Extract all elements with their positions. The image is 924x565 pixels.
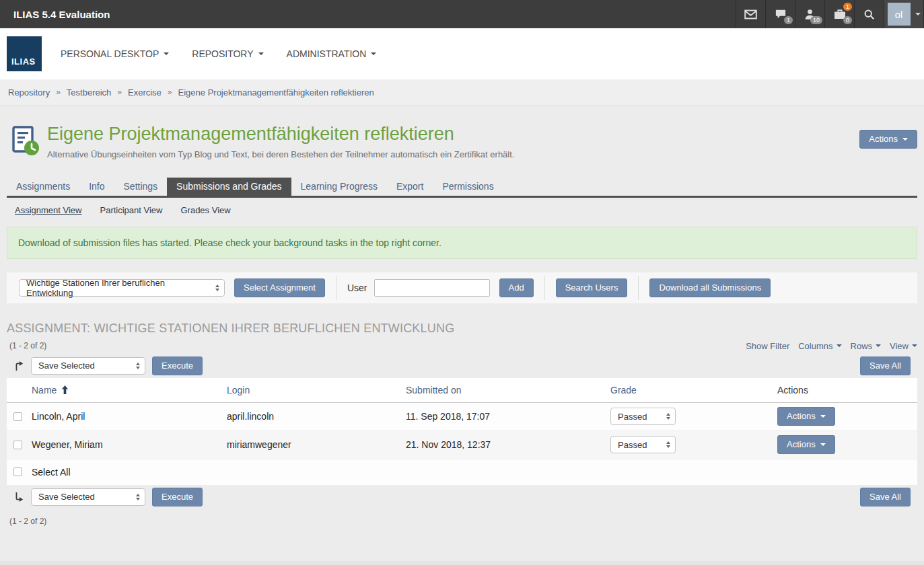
select-spinner-icon — [666, 441, 670, 448]
row-checkbox[interactable] — [13, 412, 22, 421]
nav-repository[interactable]: REPOSITORY — [192, 48, 263, 59]
select-spinner-icon — [666, 413, 670, 420]
row-actions-button[interactable]: Actions — [777, 407, 835, 426]
tab-settings[interactable]: Settings — [114, 178, 168, 196]
divider — [638, 276, 639, 300]
select-all-checkbox[interactable] — [13, 467, 22, 476]
execute-button-top[interactable]: Execute — [152, 356, 203, 375]
column-header-grade[interactable]: Grade — [610, 385, 637, 396]
subtab-bar: Assignment View Participant View Grades … — [7, 198, 917, 224]
select-spinner-icon — [136, 363, 140, 369]
divider — [336, 276, 336, 300]
users-badge: 10 — [810, 16, 822, 24]
apply-above-arrow-icon — [13, 492, 24, 502]
select-all-label: Select All — [32, 467, 71, 478]
chat-icon[interactable]: 1 — [765, 0, 795, 28]
ilias-logo[interactable]: ILIAS — [7, 36, 42, 71]
users-icon[interactable]: 10 — [795, 0, 824, 28]
page-actions-button[interactable]: Actions — [859, 130, 917, 149]
breadcrumb-exercise[interactable]: Exercise — [128, 87, 162, 98]
download-all-submissions-button[interactable]: Download all Submissions — [649, 278, 771, 297]
bulk-action-select[interactable]: Save Selected — [31, 357, 145, 375]
subtab-assignment-view[interactable]: Assignment View — [15, 205, 81, 215]
divider — [544, 276, 545, 300]
user-input[interactable] — [374, 279, 490, 297]
subtab-grades-view[interactable]: Grades View — [180, 205, 230, 215]
grade-select[interactable]: Passed — [610, 408, 676, 425]
background-tasks-icon[interactable]: 1 0 — [824, 0, 854, 28]
participant-name: Wegener, Miriam — [32, 439, 103, 450]
selector-panel: Wichtige Stationen Ihrer beruflichen Ent… — [7, 272, 917, 303]
nav-administration[interactable]: ADMINISTRATION — [287, 48, 377, 59]
chat-badge: 1 — [784, 16, 793, 24]
save-all-button-bottom[interactable]: Save All — [860, 488, 911, 506]
breadcrumb-separator: » — [117, 87, 122, 97]
tab-info[interactable]: Info — [79, 178, 114, 196]
page-bottom-strip — [0, 561, 924, 565]
breadcrumb-current[interactable]: Eigene Projektmanagementfähigkeiten refl… — [178, 87, 374, 98]
breadcrumb: Repository » Testbereich » Exercise » Ei… — [0, 79, 924, 106]
top-bar: ILIAS 5.4 Evaluation 1 10 1 0 ol — [0, 0, 924, 28]
topbar-icon-group: 1 10 1 0 ol — [736, 0, 924, 28]
chevron-down-icon — [820, 443, 826, 446]
select-all-row: Select All — [7, 459, 917, 485]
breadcrumb-testbereich[interactable]: Testbereich — [67, 87, 111, 98]
show-filter-link[interactable]: Show Filter — [746, 341, 789, 351]
row-actions-button[interactable]: Actions — [777, 435, 835, 454]
bulk-action-select[interactable]: Save Selected — [31, 488, 145, 506]
tab-permissions[interactable]: Permissions — [433, 178, 503, 196]
chevron-down-icon — [258, 52, 264, 55]
nav-personal-desktop[interactable]: PERSONAL DESKTOP — [61, 48, 169, 59]
view-dropdown[interactable]: View — [890, 341, 917, 351]
tab-learning-progress[interactable]: Learning Progress — [291, 178, 387, 196]
breadcrumb-separator: » — [56, 87, 61, 97]
rows-dropdown[interactable]: Rows — [851, 341, 882, 351]
magnifier-icon — [863, 9, 875, 20]
result-range-bottom: (1 - 2 of 2) — [7, 517, 917, 526]
breadcrumb-repository[interactable]: Repository — [8, 87, 50, 98]
save-all-button-top[interactable]: Save All — [860, 356, 911, 375]
mail-icon[interactable] — [736, 0, 765, 28]
chevron-down-icon — [876, 344, 881, 347]
chevron-down-icon — [837, 344, 842, 347]
row-checkbox[interactable] — [13, 441, 22, 449]
chevron-down-icon — [164, 52, 169, 55]
search-users-button[interactable]: Search Users — [556, 278, 628, 297]
page-title: Eigene Projektmanagementfähigkeiten refl… — [47, 124, 514, 145]
assignment-select[interactable]: Wichtige Stationen Ihrer beruflichen Ent… — [19, 279, 225, 297]
participant-name: Lincoln, April — [32, 411, 85, 422]
tab-submissions-and-grades[interactable]: Submissions and Grades — [167, 178, 291, 196]
title-block: Eigene Projektmanagementfähigkeiten refl… — [47, 124, 514, 159]
user-menu[interactable]: ol — [884, 0, 924, 28]
select-spinner-icon — [215, 285, 219, 291]
columns-dropdown[interactable]: Columns — [798, 341, 841, 351]
execute-button-bottom[interactable]: Execute — [152, 488, 203, 506]
envelope-icon — [744, 9, 757, 20]
title-row: Eigene Projektmanagementfähigkeiten refl… — [7, 124, 917, 159]
avatar: ol — [888, 3, 911, 26]
tab-assignments[interactable]: Assignments — [7, 178, 79, 196]
main-nav: PERSONAL DESKTOP REPOSITORY ADMINISTRATI… — [61, 48, 376, 59]
table-view-controls: Show Filter Columns Rows View — [746, 341, 917, 351]
column-header-name[interactable]: Name — [32, 385, 57, 396]
column-header-login[interactable]: Login — [227, 385, 250, 396]
apply-below-arrow-icon — [13, 361, 24, 371]
subtab-participant-view[interactable]: Participant View — [100, 205, 162, 215]
tab-export[interactable]: Export — [387, 178, 433, 196]
assignment-heading: ASSIGNMENT: WICHTIGE STATIONEN IHRER BER… — [7, 322, 917, 336]
chevron-down-icon — [912, 344, 917, 347]
page-actions: Actions — [859, 130, 917, 149]
chevron-down-icon — [820, 415, 826, 418]
search-icon[interactable] — [854, 0, 884, 28]
result-range: (1 - 2 of 2) — [7, 341, 46, 350]
tasks-new-badge: 1 — [843, 3, 852, 11]
table-toolbar: (1 - 2 of 2) Show Filter Columns Rows Vi… — [7, 341, 917, 351]
chevron-down-icon — [371, 52, 376, 55]
bulk-actions-bottom: Save Selected Execute Save All — [7, 485, 917, 509]
select-assignment-button[interactable]: Select Assignment — [234, 278, 325, 297]
add-user-button[interactable]: Add — [499, 278, 534, 297]
chevron-down-icon — [915, 13, 921, 15]
grade-select[interactable]: Passed — [610, 436, 676, 453]
user-label: User — [347, 282, 367, 293]
column-header-submitted-on[interactable]: Submitted on — [406, 385, 462, 396]
